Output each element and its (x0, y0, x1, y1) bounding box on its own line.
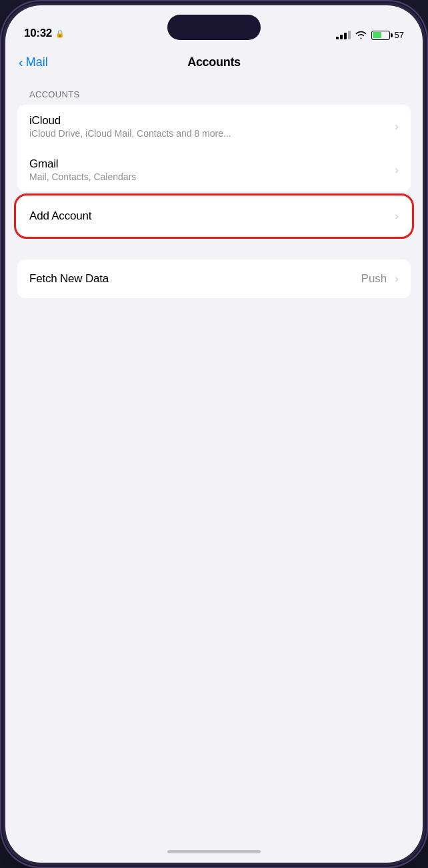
icloud-content: iCloud iCloud Drive, iCloud Mail, Contac… (29, 114, 389, 139)
fetch-new-data-value: Push (361, 272, 387, 286)
fetch-row-content: Fetch New Data (29, 272, 361, 286)
signal-icon (336, 31, 351, 39)
fetch-new-data-item[interactable]: Fetch New Data Push › (17, 260, 411, 298)
screen: 10:32 🔒 57 (5, 5, 423, 863)
accounts-list: iCloud iCloud Drive, iCloud Mail, Contac… (17, 105, 411, 191)
status-time: 10:32 (24, 27, 52, 40)
page-title: Accounts (187, 55, 241, 69)
gmail-title: Gmail (29, 157, 389, 171)
content: ACCOUNTS iCloud iCloud Drive, iCloud Mai… (5, 79, 423, 840)
back-button[interactable]: ‹ Mail (19, 55, 48, 69)
home-indicator (5, 840, 423, 863)
add-account-content: Add Account (29, 209, 389, 223)
wifi-icon (355, 31, 367, 39)
gmail-chevron-icon: › (395, 163, 399, 177)
icloud-chevron-icon: › (395, 120, 399, 133)
icloud-account-item[interactable]: iCloud iCloud Drive, iCloud Mail, Contac… (17, 105, 411, 148)
icloud-title: iCloud (29, 114, 389, 127)
battery-percent: 57 (395, 30, 404, 40)
add-account-wrapper: Add Account › (5, 197, 423, 236)
icloud-subtitle: iCloud Drive, iCloud Mail, Contacts and … (29, 128, 389, 139)
battery-icon (371, 31, 390, 40)
fetch-section: Fetch New Data Push › (5, 260, 423, 298)
status-icons: 57 (336, 30, 404, 40)
home-bar (167, 850, 261, 853)
dynamic-island (167, 15, 261, 40)
add-account-highlighted-border: Add Account › (17, 197, 411, 236)
fetch-new-data-title: Fetch New Data (29, 272, 361, 286)
gmail-content: Gmail Mail, Contacts, Calendars (29, 157, 389, 182)
fetch-row-right: Push › (361, 272, 399, 286)
gmail-subtitle: Mail, Contacts, Calendars (29, 171, 389, 182)
add-account-title: Add Account (29, 209, 389, 223)
add-account-chevron-icon: › (395, 209, 399, 223)
accounts-section: ACCOUNTS iCloud iCloud Drive, iCloud Mai… (5, 89, 423, 236)
back-label: Mail (26, 55, 48, 69)
back-chevron-icon: ‹ (19, 55, 23, 69)
fetch-chevron-icon: › (395, 272, 399, 286)
add-account-item[interactable]: Add Account › (17, 197, 411, 236)
accounts-section-header: ACCOUNTS (5, 89, 423, 99)
nav-bar: ‹ Mail Accounts (5, 45, 423, 79)
lock-icon: 🔒 (55, 29, 65, 38)
phone-frame: 10:32 🔒 57 (0, 0, 428, 868)
gmail-account-item[interactable]: Gmail Mail, Contacts, Calendars › (17, 148, 411, 191)
